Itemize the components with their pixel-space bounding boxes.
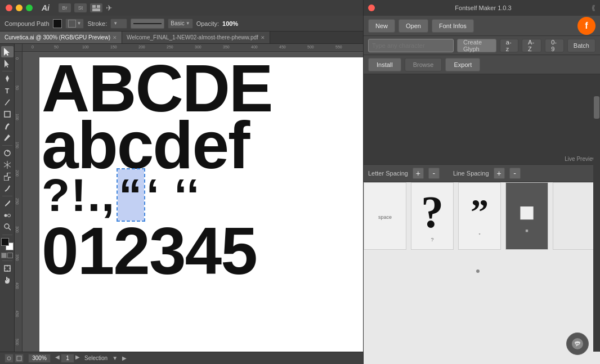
artboard-tool[interactable] [1,263,14,274]
select-tool[interactable] [1,46,14,57]
fill-mode-btn[interactable] [1,253,7,258]
fill-swatch[interactable] [53,19,62,28]
stroke-mode-btn[interactable] [7,253,13,258]
fs-close-btn[interactable] [368,5,375,11]
svg-point-10 [4,214,7,217]
stock-icon[interactable]: St [74,3,87,12]
fs-glyph-area[interactable]: space ? ? ” ” ■ ■ [364,182,600,364]
glyph-cell-quote[interactable]: ” ” [458,182,501,250]
font-infos-button[interactable]: Font Infos [432,19,474,33]
pencil-tool[interactable] [1,120,14,132]
open-button[interactable]: Open [398,19,428,33]
svg-rect-1 [97,5,100,8]
rect-tool[interactable] [1,109,14,120]
line-tool[interactable] [1,97,14,108]
glyph-char-question: ? [421,190,444,235]
direct-select-tool[interactable] [1,58,14,69]
glyph-cell-question[interactable]: ? ? [411,182,454,250]
color-swatches[interactable] [1,238,14,250]
new-button[interactable]: New [368,19,395,33]
numbers-button[interactable]: 0-9 [545,39,564,52]
glyph-char-quote: ” [471,194,489,230]
scale-tool[interactable] [1,171,14,182]
toolbox-separator-2 [2,145,12,146]
bottom-bar: 300% ◀ 1 ▶ Selection ▼ ▶ [0,352,363,364]
glyph-grid: space ? ? ” ” ■ ■ [364,182,600,250]
line-spacing-minus-btn[interactable]: - [509,168,521,179]
brush-tool[interactable] [1,132,14,143]
svg-marker-3 [4,48,10,56]
font-artwork: ABCDE abcdef ?!., “ ‘ ‘‘ [42,59,272,281]
install-button[interactable]: Install [368,58,401,71]
opacity-value: 100% [222,20,238,27]
scrollbar-thumb[interactable] [594,96,599,119]
warp-tool[interactable] [1,183,14,194]
glyph-cell-dark[interactable]: ■ ■ [505,182,548,250]
az-button[interactable]: a-z [500,39,518,52]
nav-prev-btn[interactable]: ◀ [55,354,60,363]
eyedropper-tool[interactable] [1,198,14,209]
scroll-right-indicator: ▶ [122,355,127,361]
letter-spacing-plus-btn[interactable]: + [413,168,424,179]
status-text: Selection [84,355,108,361]
maximize-traffic-light[interactable] [26,5,33,11]
scrollbar-track[interactable] [593,96,600,352]
blend-tool[interactable] [1,210,14,221]
arrow-icon[interactable]: ✈ [106,3,118,12]
canvas[interactable]: ABCDE abcdef ?!., “ ‘ ‘‘ [23,52,363,352]
batch-button[interactable]: Batch [567,39,595,52]
fs-char-row: Create Glyph a-z A-Z 0-9 Batch [364,36,600,55]
canvas-settings-btn[interactable] [5,354,14,363]
chat-button[interactable] [566,332,589,355]
doc-tab-0[interactable]: Curvetica.ai @ 300% (RGB/GPU Preview) ✕ [0,32,122,43]
hand-tool[interactable] [1,275,14,286]
glyph-name-quote: ” [479,232,481,238]
mirror-tool[interactable] [1,159,14,170]
canvas-view-btn[interactable] [15,354,24,363]
stroke-weight-dropdown[interactable]: ▼ [110,19,127,29]
close-traffic-light[interactable] [6,5,12,11]
fs-toolbar: New Open Font Infos f [364,16,600,36]
compound-path-label: Compound Path [5,20,50,27]
zoom-input[interactable]: 300% [28,354,51,363]
svg-rect-2 [92,8,100,11]
status-arrow[interactable]: ▼ [112,355,118,361]
zoom-tool[interactable] [1,222,14,233]
svg-marker-4 [5,60,9,68]
fs-action-row: Install Browse Export [364,55,600,74]
canvas-area: T [0,44,363,352]
style-dropdown[interactable]: Basic ▼ [168,19,192,29]
toolbox-separator-4 [2,235,12,235]
font-row-lowercase: abcdef [42,115,272,175]
doc-tab-close-0[interactable]: ✕ [113,35,117,41]
nav-controls: ◀ 1 ▶ [55,354,80,363]
layout-icon[interactable] [90,3,102,12]
AZ-button[interactable]: A-Z [522,39,541,52]
svg-point-12 [5,224,9,228]
glyph-cell-empty[interactable] [553,182,595,250]
doc-tab-close-1[interactable]: ✕ [261,35,265,41]
type-tool[interactable]: T [1,85,14,96]
minimize-traffic-light[interactable] [16,5,23,11]
pen-tool[interactable] [1,73,14,84]
export-button[interactable]: Export [445,58,480,71]
char-input[interactable] [368,39,454,52]
fs-expand-btn[interactable]: ⟪ [592,4,595,12]
letter-spacing-minus-btn[interactable]: - [428,168,440,179]
traffic-lights [6,5,33,11]
document-tabs: Curvetica.ai @ 300% (RGB/GPU Preview) ✕ … [0,32,363,44]
page-input[interactable]: 1 [61,354,74,363]
bridge-icon[interactable]: Br [59,3,71,12]
glyph-cell-space[interactable]: space [364,182,406,250]
line-spacing-plus-btn[interactable]: + [494,168,505,179]
toolbox-separator-5 [2,260,12,261]
browse-button[interactable]: Browse [405,58,442,71]
create-glyph-button[interactable]: Create Glyph [457,39,496,52]
ruler-vertical: 0 50 100 150 200 250 300 350 400 450 500 [15,52,23,352]
doc-tab-1[interactable]: Welcome_FINAL_1-NEW02-almost-there-pheww… [122,32,270,43]
rotate-tool[interactable] [1,147,14,159]
stroke-mode-dropdown[interactable]: ▼ [65,19,84,29]
doc-tab-label-1: Welcome_FINAL_1-NEW02-almost-there-pheww… [127,34,258,41]
toolbox: T [0,44,15,352]
nav-next-btn[interactable]: ▶ [75,354,80,363]
